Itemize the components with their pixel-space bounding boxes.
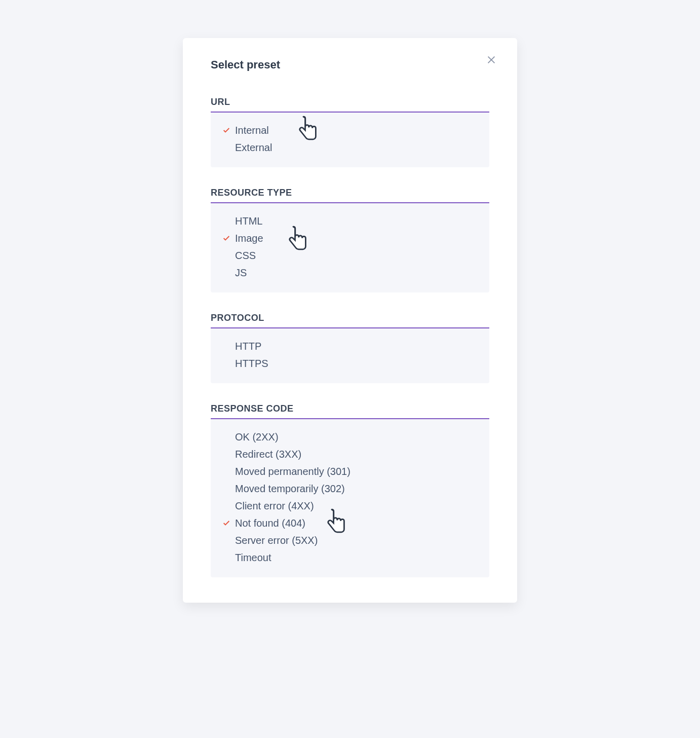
- section-header-resource-type: RESOURCE TYPE: [211, 188, 489, 203]
- option-label: Not found (404): [235, 518, 305, 529]
- option-response-server-error[interactable]: Server error (5XX): [221, 532, 479, 549]
- section-body-response-code: OK (2XX) Redirect (3XX) Moved permanentl…: [211, 419, 489, 577]
- option-label: HTTP: [235, 341, 261, 352]
- option-label: External: [235, 142, 272, 154]
- check-icon: [221, 126, 232, 134]
- section-protocol: PROTOCOL HTTP HTTPS: [211, 313, 489, 383]
- close-icon[interactable]: [486, 54, 497, 67]
- option-label: Redirect (3XX): [235, 449, 301, 460]
- section-body-resource-type: HTML Image CSS JS: [211, 203, 489, 292]
- option-resource-js[interactable]: JS: [221, 264, 479, 281]
- check-icon: [221, 234, 232, 242]
- option-label: Server error (5XX): [235, 535, 318, 546]
- option-label: HTML: [235, 215, 262, 227]
- option-label: HTTPS: [235, 358, 268, 370]
- option-protocol-https[interactable]: HTTPS: [221, 355, 479, 372]
- select-preset-modal: Select preset URL Internal External RESO…: [183, 38, 517, 603]
- option-label: Image: [235, 233, 263, 244]
- section-body-protocol: HTTP HTTPS: [211, 328, 489, 383]
- option-label: Client error (4XX): [235, 500, 314, 512]
- option-resource-css[interactable]: CSS: [221, 247, 479, 264]
- option-label: Moved temporarily (302): [235, 483, 345, 495]
- option-response-moved-permanently[interactable]: Moved permanently (301): [221, 463, 479, 480]
- section-header-protocol: PROTOCOL: [211, 313, 489, 328]
- option-label: Internal: [235, 125, 269, 136]
- option-label: JS: [235, 267, 247, 279]
- option-label: Timeout: [235, 552, 271, 564]
- option-label: CSS: [235, 250, 256, 262]
- option-url-internal[interactable]: Internal: [221, 122, 479, 139]
- option-resource-html[interactable]: HTML: [221, 212, 479, 230]
- check-icon: [221, 519, 232, 527]
- option-response-timeout[interactable]: Timeout: [221, 549, 479, 566]
- option-response-client-error[interactable]: Client error (4XX): [221, 497, 479, 514]
- option-response-ok[interactable]: OK (2XX): [221, 428, 479, 446]
- modal-title: Select preset: [211, 58, 489, 71]
- option-response-redirect[interactable]: Redirect (3XX): [221, 446, 479, 463]
- option-url-external[interactable]: External: [221, 139, 479, 156]
- section-response-code: RESPONSE CODE OK (2XX) Redirect (3XX) Mo…: [211, 403, 489, 577]
- section-body-url: Internal External: [211, 113, 489, 167]
- option-response-moved-temporarily[interactable]: Moved temporarily (302): [221, 480, 479, 497]
- section-url: URL Internal External: [211, 97, 489, 167]
- option-response-not-found[interactable]: Not found (404): [221, 514, 479, 532]
- section-resource-type: RESOURCE TYPE HTML Image CSS JS: [211, 188, 489, 292]
- section-header-response-code: RESPONSE CODE: [211, 403, 489, 419]
- option-label: Moved permanently (301): [235, 466, 351, 477]
- option-protocol-http[interactable]: HTTP: [221, 338, 479, 355]
- option-resource-image[interactable]: Image: [221, 230, 479, 247]
- section-header-url: URL: [211, 97, 489, 113]
- option-label: OK (2XX): [235, 431, 279, 443]
